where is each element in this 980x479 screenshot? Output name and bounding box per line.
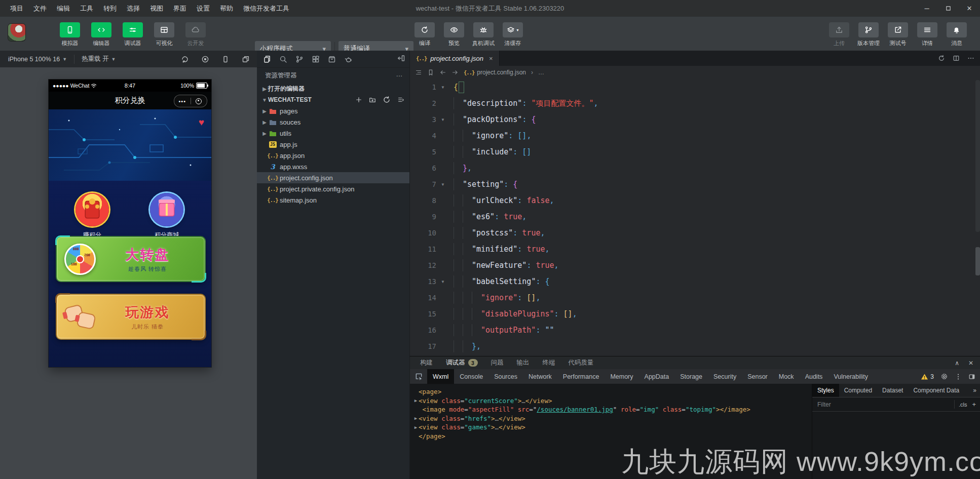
panel-tab-调试器[interactable]: 调试器3 <box>446 358 478 367</box>
outline-icon[interactable] <box>415 69 422 76</box>
new-folder-icon[interactable] <box>369 96 376 104</box>
devtools-tab-storage[interactable]: Storage <box>674 369 708 384</box>
devtools-tab-network[interactable]: Network <box>523 369 557 384</box>
code-editor[interactable]: 1▼{2"description": "项目配置文件。",3▼"packOpti… <box>410 79 980 356</box>
arrow-right-icon[interactable] <box>451 69 459 76</box>
breadcrumb-more[interactable]: … <box>538 69 544 76</box>
files-icon[interactable] <box>262 55 272 63</box>
more-tabs-icon[interactable]: » <box>973 384 976 397</box>
collapse-panel-icon[interactable] <box>397 54 405 64</box>
wxml-node[interactable]: <image mode="aspectFill" src="/souces/ba… <box>410 405 811 414</box>
inspector-tab-dataset[interactable]: Dataset <box>877 384 908 397</box>
banner-image[interactable]: ♥ <box>49 109 211 181</box>
gear-icon[interactable] <box>940 373 948 380</box>
tool-cloud[interactable]: 云开发 <box>182 22 209 47</box>
filter-input[interactable] <box>812 401 954 408</box>
tree-file-souces[interactable]: ▶souces <box>257 116 409 128</box>
wxml-node[interactable]: ▶<view class="hrefs">…</view> <box>410 414 811 423</box>
tree-section--[interactable]: ▶打开的编辑器 <box>257 83 409 94</box>
fold-chevron-icon[interactable]: ▼ <box>436 117 449 122</box>
menu-item[interactable]: 视图 <box>145 0 168 17</box>
devtools-tab-vulnerability[interactable]: Vulnerability <box>828 369 874 384</box>
tree-file-app-json[interactable]: {..}app.json <box>257 150 409 161</box>
blocks-icon[interactable] <box>311 55 321 63</box>
tree-section-wechat-test[interactable]: ▼WECHAT-TEST <box>257 94 409 105</box>
tree-file-utils[interactable]: ▶utils <box>257 128 409 139</box>
ellipsis-icon[interactable] <box>967 55 974 62</box>
tool-sliders[interactable]: 调试器 <box>120 22 146 47</box>
fold-chevron-icon[interactable]: ▼ <box>436 85 449 90</box>
hot-reload-toggle[interactable]: 热重载 开 ▼ <box>82 55 116 63</box>
tool-layout[interactable]: 可视化 <box>151 22 177 47</box>
refresh-icon[interactable] <box>383 96 391 104</box>
expand-arrow-icon[interactable]: ▶ <box>413 416 419 421</box>
tool-layers[interactable]: ▾清缓存 <box>500 22 526 47</box>
dock-side-icon[interactable] <box>968 373 975 380</box>
menu-item[interactable]: 编辑 <box>52 0 75 17</box>
tab-project-config-json[interactable]: {..} project.config.json × <box>410 51 500 66</box>
add-style-button[interactable]: + <box>971 401 980 408</box>
dots-vertical-icon[interactable] <box>955 373 962 380</box>
panel-tab-终端[interactable]: 终端 <box>543 358 555 367</box>
menu-item[interactable]: 微信开发者工具 <box>238 0 294 17</box>
tree-file-app-js[interactable]: JSapp.js <box>257 139 409 150</box>
devtools-tab-wxml[interactable]: Wxml <box>427 369 454 384</box>
branch-icon[interactable] <box>294 55 305 63</box>
menu-item[interactable]: 转到 <box>98 0 122 17</box>
devtools-tab-performance[interactable]: Performance <box>557 369 605 384</box>
close-button[interactable]: ✕ <box>959 0 980 17</box>
menu-item[interactable]: 项目 <box>5 0 28 17</box>
collapse-all-icon[interactable] <box>397 96 404 104</box>
devtools-tab-sensor[interactable]: Sensor <box>742 369 773 384</box>
devtools-tab-sources[interactable]: Sources <box>488 369 523 384</box>
split-icon[interactable] <box>953 55 960 62</box>
tool-eye[interactable]: 预览 <box>441 22 467 47</box>
user-avatar[interactable] <box>8 24 25 41</box>
menu-item[interactable]: 工具 <box>75 0 98 17</box>
arrow-left-icon[interactable] <box>439 69 446 76</box>
close-icon[interactable]: ✕ <box>968 360 973 367</box>
tree-file-project-config-json[interactable]: {..}project.config.json <box>257 172 409 183</box>
inspector-tab-computed[interactable]: Computed <box>839 384 877 397</box>
inspector-tab-component-data[interactable]: Component Data <box>908 384 964 397</box>
devtools-tab-memory[interactable]: Memory <box>605 369 638 384</box>
search-icon[interactable] <box>278 55 288 63</box>
more-icon[interactable]: ⋯ <box>396 72 403 79</box>
inspector-tab-styles[interactable]: Styles <box>812 384 839 397</box>
fold-chevron-icon[interactable]: ▼ <box>436 182 449 187</box>
wxml-node[interactable]: </page> <box>410 432 811 441</box>
tool-upload[interactable]: 上传 <box>826 22 852 47</box>
bookmark-icon[interactable] <box>427 69 434 76</box>
devtools-tab-mock[interactable]: Mock <box>773 369 800 384</box>
lucky-wheel-banner[interactable]: 888266188 大转盘 趁春风 转惊喜 <box>56 236 206 282</box>
rotate-icon[interactable] <box>181 55 189 63</box>
earn-points-shortcut[interactable]: 赚积分 <box>68 193 117 239</box>
maximize-button[interactable] <box>937 0 959 17</box>
close-icon[interactable]: × <box>489 55 493 62</box>
editor-scrollbar[interactable] <box>975 80 980 232</box>
wxml-node[interactable]: ▶<view class="games">…</view> <box>410 423 811 432</box>
device-selector[interactable]: iPhone 5 100% 16 ▼ <box>8 56 67 63</box>
panel-tab-构建[interactable]: 构建 <box>420 358 433 367</box>
fold-chevron-icon[interactable]: ▼ <box>436 280 449 284</box>
play-games-banner[interactable]: 玩游戏 儿时乐 猜拳 <box>56 294 206 340</box>
inspect-element-icon[interactable] <box>410 369 427 384</box>
menu-item[interactable]: 界面 <box>168 0 192 17</box>
tree-file-sitemap-json[interactable]: {..}sitemap.json <box>257 194 409 206</box>
menu-item[interactable]: 文件 <box>28 0 52 17</box>
teapot-icon[interactable] <box>343 55 353 63</box>
warning-counter[interactable]: 3 <box>921 373 934 380</box>
tool-bell[interactable]: 消息 <box>944 22 970 47</box>
panel-tab-输出[interactable]: 输出 <box>517 358 530 367</box>
tool-phone[interactable]: 模拟器 <box>57 22 83 47</box>
box-icon[interactable] <box>327 55 337 63</box>
panel-tab-问题[interactable]: 问题 <box>491 358 504 367</box>
tree-file-app-wxss[interactable]: 3app.wxss <box>257 161 409 172</box>
menu-item[interactable]: 选择 <box>122 0 145 17</box>
tool-branch[interactable]: 版本管理 <box>855 22 882 47</box>
tool-bug[interactable]: 真机调试 <box>470 22 497 47</box>
expand-arrow-icon[interactable]: ▶ <box>413 425 419 430</box>
tool-refresh[interactable]: 编译 <box>411 22 438 47</box>
heart-icon[interactable]: ♥ <box>199 117 204 127</box>
devtools-tab-appdata[interactable]: AppData <box>639 369 675 384</box>
